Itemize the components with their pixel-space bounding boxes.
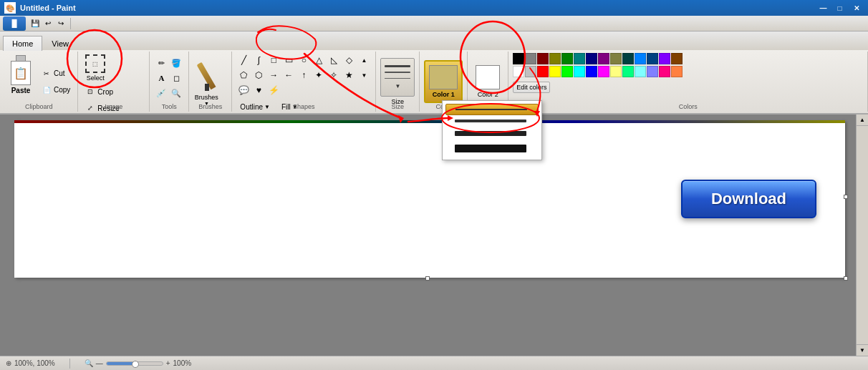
close-button[interactable]: ✕ bbox=[849, 2, 864, 14]
minimize-button[interactable]: — bbox=[816, 2, 831, 14]
right-arrow-shape[interactable]: → bbox=[266, 68, 281, 82]
diamond-shape[interactable]: ◇ bbox=[342, 53, 356, 67]
star4-shape[interactable]: ✧ bbox=[327, 68, 341, 82]
color-cell-row1-8[interactable] bbox=[610, 53, 622, 64]
size-option-4[interactable] bbox=[445, 140, 539, 157]
callout-shape[interactable]: 💬 bbox=[236, 83, 251, 97]
color1-button[interactable]: Color 1 bbox=[424, 60, 463, 103]
crop-button[interactable]: ⊡ Crop bbox=[82, 84, 116, 99]
size-button[interactable]: ▼ bbox=[380, 58, 415, 97]
canvas-resize-handle-right[interactable] bbox=[844, 195, 848, 199]
undo-button[interactable]: ↩ bbox=[42, 17, 54, 30]
tab-home[interactable]: Home bbox=[3, 36, 42, 51]
zoom-minus[interactable]: — bbox=[96, 359, 103, 367]
maximize-button[interactable]: □ bbox=[832, 2, 847, 14]
color-cell-row2-2[interactable] bbox=[537, 66, 549, 77]
color-cell-row2-12[interactable] bbox=[659, 66, 670, 77]
color-cell-row1-11[interactable] bbox=[647, 53, 658, 64]
curve-shape[interactable]: ∫ bbox=[251, 53, 266, 67]
color-cell-row2-8[interactable] bbox=[610, 66, 622, 77]
paste-button[interactable]: 📋 Paste bbox=[4, 53, 37, 110]
color-cell-row2-10[interactable] bbox=[635, 66, 646, 77]
color-cell-row1-6[interactable] bbox=[586, 53, 597, 64]
tools-content: ✏ 🪣 A ◻ 💉 🔍 bbox=[154, 53, 183, 110]
edit-colors-button[interactable]: Edit colors bbox=[513, 82, 550, 93]
star5-shape[interactable]: ★ bbox=[342, 68, 356, 82]
color-cell-row2-1[interactable] bbox=[525, 66, 536, 77]
color-cell-row1-3[interactable] bbox=[549, 53, 561, 64]
shapes-grid-row1: ╱ ∫ □ ▭ ○ △ ◺ ◇ ▲ bbox=[236, 53, 371, 67]
vertical-scrollbar[interactable]: ▲ ▼ bbox=[856, 115, 868, 356]
line-shape[interactable]: ╱ bbox=[236, 53, 251, 67]
color-cell-row2-5[interactable] bbox=[574, 66, 585, 77]
color1-label: Color 1 bbox=[433, 91, 455, 98]
cut-button[interactable]: ✂ Cut bbox=[39, 66, 73, 82]
size-option-1[interactable] bbox=[445, 104, 539, 115]
size-option-3[interactable] bbox=[445, 127, 539, 140]
triangle-shape[interactable]: △ bbox=[312, 53, 326, 67]
color-cell-row1-5[interactable] bbox=[574, 53, 585, 64]
fill-tool[interactable]: 🪣 bbox=[169, 56, 183, 70]
tab-view[interactable]: View bbox=[42, 36, 78, 51]
color-cell-row2-3[interactable] bbox=[549, 66, 561, 77]
scroll-up-shapes[interactable]: ▲ bbox=[357, 53, 371, 67]
pentagon-shape[interactable]: ⬠ bbox=[236, 68, 251, 82]
color-cell-row1-4[interactable] bbox=[561, 53, 573, 64]
status-position: ⊕ 100%, 100% bbox=[6, 359, 55, 367]
canvas[interactable]: Download bbox=[14, 120, 845, 278]
magnifier-tool[interactable]: 🔍 bbox=[169, 86, 183, 100]
color-cell-row1-13[interactable] bbox=[671, 53, 683, 64]
color-cell-row1-10[interactable] bbox=[635, 53, 646, 64]
paint-menu-button[interactable]: ▐▌ bbox=[3, 16, 26, 31]
save-button[interactable]: 💾 bbox=[29, 17, 42, 30]
heart-shape[interactable]: ♥ bbox=[251, 83, 266, 97]
size-btn-container: ▼ Size bbox=[380, 58, 415, 105]
zoom-slider[interactable] bbox=[106, 361, 163, 366]
color-cell-row2-9[interactable] bbox=[622, 66, 634, 77]
left-arrow-shape[interactable]: ← bbox=[281, 68, 296, 82]
zoom-plus[interactable]: + bbox=[166, 359, 170, 367]
right-triangle-shape[interactable]: ◺ bbox=[327, 53, 341, 67]
text-tool[interactable]: A bbox=[154, 71, 168, 85]
color-cell-row1-7[interactable] bbox=[598, 53, 609, 64]
pencil-tool[interactable]: ✏ bbox=[154, 56, 168, 70]
canvas-resize-handle-corner[interactable] bbox=[844, 276, 848, 281]
color-cell-row1-2[interactable] bbox=[537, 53, 549, 64]
ribbon-group-brushes: Brushes ▼ Brushes bbox=[189, 52, 232, 112]
lightning-shape[interactable]: ⚡ bbox=[266, 83, 281, 97]
color-cell-row2-4[interactable] bbox=[561, 66, 573, 77]
color-cell-row2-13[interactable] bbox=[671, 66, 683, 77]
scroll-down-shapes[interactable]: ▼ bbox=[357, 68, 371, 82]
color-cell-row2-7[interactable] bbox=[598, 66, 609, 77]
download-button[interactable]: Download bbox=[681, 180, 816, 218]
brushes-button[interactable]: Brushes ▼ bbox=[193, 58, 219, 106]
canvas-resize-handle-bottom[interactable] bbox=[425, 276, 430, 281]
rounded-rect-shape[interactable]: ▭ bbox=[281, 53, 296, 67]
color-cell-row2-0[interactable] bbox=[513, 66, 524, 77]
redo-button[interactable]: ↪ bbox=[54, 17, 67, 30]
zoom-control[interactable]: 🔍 — + 100% bbox=[85, 359, 191, 367]
color-row-2 bbox=[513, 66, 683, 77]
size-option-2[interactable] bbox=[445, 115, 539, 127]
eraser-tool[interactable]: ◻ bbox=[169, 71, 183, 85]
color-cell-row1-1[interactable] bbox=[525, 53, 536, 64]
up-arrow-shape[interactable]: ↑ bbox=[296, 68, 311, 82]
rect-shape[interactable]: □ bbox=[266, 53, 281, 67]
cut-label: Cut bbox=[54, 69, 65, 77]
scroll-up-button[interactable]: ▲ bbox=[857, 115, 868, 126]
color-picker-tool[interactable]: 💉 bbox=[154, 86, 168, 100]
color-cell-row2-6[interactable] bbox=[586, 66, 597, 77]
four-arrow-shape[interactable]: ✦ bbox=[312, 68, 326, 82]
color-cell-row1-9[interactable] bbox=[622, 53, 634, 64]
zoom-thumb[interactable] bbox=[132, 361, 139, 368]
color-cell-row2-11[interactable] bbox=[647, 66, 658, 77]
color2-button[interactable]: Color 2 bbox=[472, 60, 503, 103]
title-bar: 🎨 Untitled - Paint — □ ✕ bbox=[0, 0, 868, 16]
ellipse-shape[interactable]: ○ bbox=[296, 53, 311, 67]
color-cell-row1-0[interactable] bbox=[513, 53, 524, 64]
copy-button[interactable]: 📄 Copy bbox=[39, 82, 73, 98]
scroll-down-button[interactable]: ▼ bbox=[857, 344, 868, 356]
color-cell-row1-12[interactable] bbox=[659, 53, 670, 64]
hexagon-shape[interactable]: ⬡ bbox=[251, 68, 266, 82]
select-button[interactable]: ⬚ Select bbox=[82, 53, 108, 83]
